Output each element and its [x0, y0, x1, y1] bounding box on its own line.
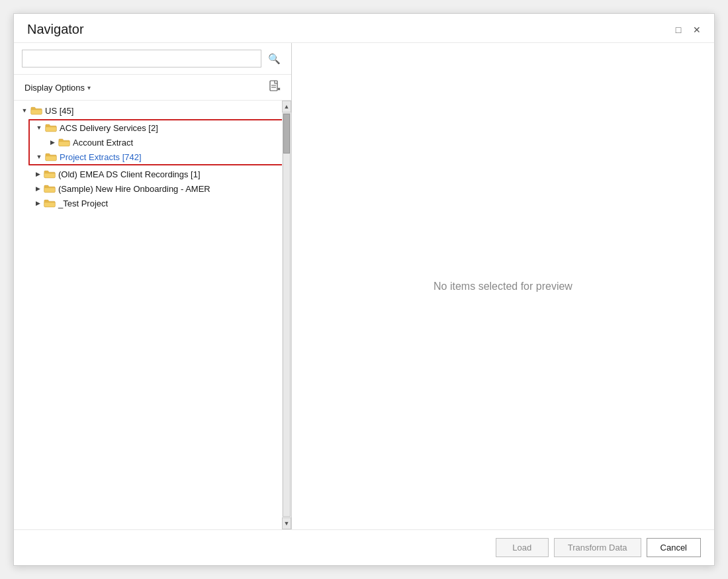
- close-button[interactable]: ✕: [690, 23, 704, 36]
- display-options-label: Display Options: [24, 83, 85, 93]
- tree-label-project-extracts: Project Extracts [742]: [60, 152, 142, 162]
- preview-panel: No items selected for preview: [292, 43, 714, 529]
- toggle-acs[interactable]: ▼: [34, 122, 44, 133]
- transform-data-button[interactable]: Transform Data: [554, 538, 641, 557]
- tree-label-testproject: _Test Project: [58, 199, 108, 208]
- folder-icon-us: [30, 105, 43, 116]
- folder-icon-acs: [44, 122, 58, 133]
- preview-empty-message: No items selected for preview: [433, 281, 572, 292]
- toggle-project-extracts[interactable]: ▼: [34, 152, 44, 162]
- footer: Load Transform Data Cancel: [14, 529, 714, 565]
- folder-icon-newhire: [43, 183, 56, 194]
- title-bar: Navigator □ ✕: [14, 14, 714, 42]
- scrollbar-track[interactable]: [283, 113, 291, 517]
- tree-label-newhire: (Sample) New Hire Onboarding - AMER: [58, 184, 210, 194]
- dialog-title: Navigator: [27, 22, 84, 37]
- chevron-down-icon: ▾: [87, 84, 91, 91]
- tree-label-account-extract: Account Extract: [73, 138, 133, 148]
- navigator-dialog: Navigator □ ✕ 🔍 Display Options ▾: [13, 13, 715, 566]
- tree-item-us[interactable]: ▼ US [45]: [14, 103, 291, 118]
- export-icon[interactable]: [266, 79, 283, 96]
- toolbar-row: Display Options ▾: [14, 75, 291, 101]
- content-area: 🔍 Display Options ▾: [14, 42, 714, 529]
- tree-label-acs: ACS Delivery Services [2]: [60, 123, 158, 133]
- toggle-newhire[interactable]: ▶: [32, 183, 43, 194]
- display-options-button[interactable]: Display Options ▾: [22, 81, 93, 94]
- scrollbar-up-button[interactable]: ▲: [282, 101, 291, 112]
- toggle-account-extract[interactable]: ▶: [47, 137, 58, 148]
- minimize-button[interactable]: □: [672, 23, 685, 36]
- title-bar-controls: □ ✕: [672, 23, 704, 36]
- folder-icon-testproject: [43, 198, 56, 208]
- search-icon[interactable]: 🔍: [265, 50, 283, 67]
- tree-item-newhire[interactable]: ▶ (Sample) New Hire Onboarding - AMER: [14, 181, 291, 196]
- left-panel: 🔍 Display Options ▾: [14, 43, 292, 529]
- tree-item-account-extract[interactable]: ▶ Account Extract: [30, 135, 286, 150]
- tree-item-project-extracts[interactable]: ▼ Project Extracts [742]: [30, 150, 286, 164]
- tree-item-testproject[interactable]: ▶ _Test Project: [14, 196, 291, 210]
- tree-label-emea: (Old) EMEA DS Client Recordings [1]: [58, 169, 201, 179]
- load-button[interactable]: Load: [496, 538, 549, 557]
- scrollbar-thumb[interactable]: [283, 114, 290, 154]
- folder-icon-account-extract: [58, 137, 71, 148]
- scrollbar[interactable]: ▲ ▼: [282, 101, 291, 529]
- cancel-button[interactable]: Cancel: [647, 538, 701, 557]
- folder-icon-project-extracts: [44, 152, 58, 162]
- toggle-emea[interactable]: ▶: [32, 169, 43, 179]
- tree-item-acs[interactable]: ▼ ACS Delivery Services [2]: [30, 120, 286, 135]
- toggle-us[interactable]: ▼: [19, 105, 30, 116]
- tree-item-emea[interactable]: ▶ (Old) EMEA DS Client Recordings [1]: [14, 167, 291, 181]
- tree-container: ▼ US [45] ▼: [14, 101, 291, 529]
- tree-label-us: US [45]: [45, 106, 73, 116]
- toggle-testproject[interactable]: ▶: [32, 198, 43, 208]
- search-bar: 🔍: [14, 43, 291, 75]
- folder-icon-emea: [43, 169, 56, 179]
- search-input[interactable]: [22, 50, 261, 67]
- highlighted-group: ▼ ACS Delivery Services [2] ▶: [28, 119, 287, 165]
- scrollbar-down-button[interactable]: ▼: [282, 517, 291, 529]
